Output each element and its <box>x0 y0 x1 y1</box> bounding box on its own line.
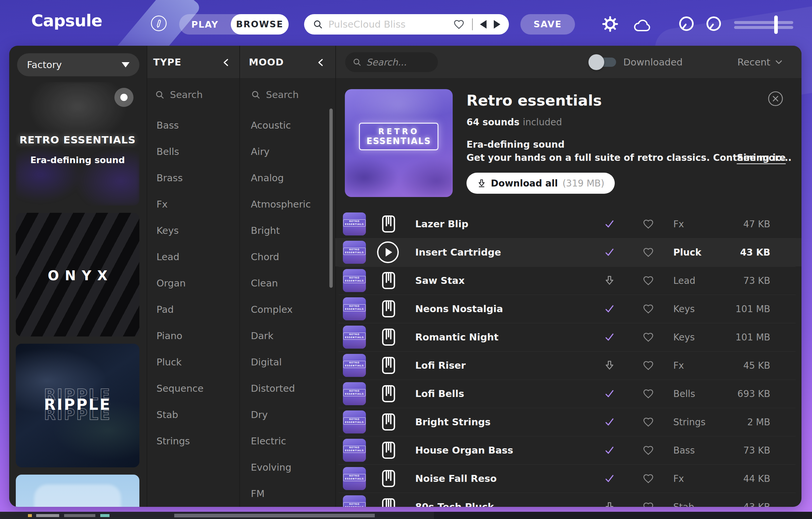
favorite-heart-icon[interactable] <box>641 388 656 400</box>
sound-row[interactable]: RETROESSENTIALSLazer BlipFx47 KB <box>335 210 802 238</box>
mood-filter-dry[interactable]: Dry <box>251 409 268 420</box>
favorite-heart-icon[interactable] <box>641 444 656 456</box>
mood-filter-electric[interactable]: Electric <box>251 435 286 447</box>
sound-artwork: RETROESSENTIALS <box>343 213 366 236</box>
preset-search-input[interactable] <box>328 19 453 30</box>
next-preset-button[interactable] <box>494 20 500 29</box>
mood-filter-evolving[interactable]: Evolving <box>251 462 291 473</box>
mood-filter-atmospheric[interactable]: Atmospheric <box>251 199 311 210</box>
collapse-mood-column-icon[interactable] <box>317 58 325 67</box>
download-sound-icon[interactable] <box>602 359 617 371</box>
type-filter-fx[interactable]: Fx <box>156 199 168 210</box>
mood-scrollbar[interactable] <box>329 109 333 288</box>
keys-icon <box>377 269 400 292</box>
sound-row[interactable]: RETROESSENTIALSLofi RiserFx45 KB <box>335 351 802 380</box>
edit-icon[interactable] <box>151 15 167 32</box>
type-filter-pluck[interactable]: Pluck <box>156 357 182 368</box>
row-divider <box>339 238 795 239</box>
type-filter-piano[interactable]: Piano <box>156 330 182 342</box>
type-filter-keys[interactable]: Keys <box>156 225 179 236</box>
favorite-heart-icon[interactable] <box>641 218 656 230</box>
sort-label: Recent <box>737 57 770 68</box>
mood-filter-digital[interactable]: Digital <box>251 357 282 368</box>
knob-a-icon[interactable] <box>678 16 695 33</box>
type-search-input[interactable] <box>170 89 219 100</box>
mood-filter-bright[interactable]: Bright <box>251 225 280 236</box>
favorite-heart-icon[interactable] <box>641 303 656 315</box>
favorite-heart-icon[interactable] <box>641 275 656 286</box>
cloud-icon[interactable] <box>633 17 652 33</box>
save-button[interactable]: SAVE <box>520 14 575 34</box>
sound-type: Bass <box>673 445 695 456</box>
download-sound-icon[interactable] <box>602 275 617 286</box>
slider-handle[interactable] <box>774 16 778 34</box>
tab-browse[interactable]: BROWSE <box>231 14 289 34</box>
previous-preset-button[interactable] <box>480 20 487 29</box>
mood-filter-clean[interactable]: Clean <box>251 278 278 289</box>
pack-card[interactable] <box>16 474 139 507</box>
downloaded-filter-toggle[interactable]: Downloaded <box>590 46 683 79</box>
sound-row[interactable]: RETROESSENTIALSRomantic NightKeys101 MB <box>335 323 802 351</box>
keys-icon <box>377 495 400 507</box>
sound-row[interactable]: RETROESSENTIALSBright StringsStrings2 MB <box>335 408 802 436</box>
settings-gear-icon[interactable] <box>602 16 619 34</box>
type-filter-bass[interactable]: Bass <box>156 120 179 131</box>
type-filter-brass[interactable]: Brass <box>156 172 183 184</box>
keys-icon <box>377 213 400 236</box>
output-volume-slider[interactable] <box>734 16 793 34</box>
type-filter-lead[interactable]: Lead <box>156 251 179 263</box>
mood-filter-fm[interactable]: FM <box>251 488 265 499</box>
mood-search[interactable] <box>251 89 315 100</box>
pack-card[interactable]: RETRO ESSENTIALSEra-defining sound <box>16 82 139 206</box>
type-filter-strings[interactable]: Strings <box>156 435 190 447</box>
download-sound-icon[interactable] <box>602 501 617 507</box>
sound-row[interactable]: RETROESSENTIALSSaw StaxLead73 KB <box>335 266 802 295</box>
type-filter-sequence[interactable]: Sequence <box>156 383 203 394</box>
type-search[interactable] <box>155 89 219 100</box>
sound-row[interactable]: RETROESSENTIALSHouse Organ BassBass73 KB <box>335 436 802 464</box>
sound-row[interactable]: RETROESSENTIALSInsert CartridgePluck43 K… <box>335 238 802 266</box>
type-filter-bells[interactable]: Bells <box>156 146 179 157</box>
sound-type: Keys <box>673 332 695 343</box>
toggle-switch[interactable] <box>590 57 616 67</box>
collection-selector[interactable]: Factory <box>17 53 139 76</box>
tab-play[interactable]: PLAY <box>179 20 231 30</box>
play-button[interactable] <box>377 241 399 263</box>
sound-row[interactable]: RETROESSENTIALSLofi BellsBells693 KB <box>335 380 802 408</box>
pack-card[interactable]: ONYX <box>16 213 139 336</box>
sound-row[interactable]: RETROESSENTIALSNoise Fall ResoFx44 KB <box>335 464 802 493</box>
mood-filter-chord[interactable]: Chord <box>251 251 279 263</box>
pack-list: RETRO ESSENTIALSEra-defining soundONYXRI… <box>16 82 139 507</box>
mood-filter-dark[interactable]: Dark <box>251 330 273 342</box>
mood-filter-analog[interactable]: Analog <box>251 172 284 184</box>
favorite-heart-icon[interactable] <box>641 359 656 371</box>
type-filter-pad[interactable]: Pad <box>156 304 174 315</box>
mood-filter-distorted[interactable]: Distorted <box>251 383 295 394</box>
pack-card[interactable]: RIPPLERIPPLERIPPLE <box>16 344 139 467</box>
collapse-type-column-icon[interactable] <box>222 58 230 67</box>
favorite-heart-icon[interactable] <box>641 416 656 428</box>
favorite-heart-icon[interactable] <box>641 331 656 343</box>
favorite-heart-icon[interactable] <box>641 246 656 258</box>
sort-dropdown[interactable]: Recent <box>737 46 783 79</box>
favorite-heart-icon[interactable] <box>453 19 465 30</box>
sound-row[interactable]: RETROESSENTIALS80s Tech PluckStab43 KB <box>335 493 802 507</box>
favorite-heart-icon[interactable] <box>641 473 656 485</box>
download-all-button[interactable]: Download all (319 MB) <box>466 173 615 194</box>
sound-artwork: RETROESSENTIALS <box>343 410 366 434</box>
mood-filter-complex[interactable]: Complex <box>251 304 293 315</box>
knob-b-icon[interactable] <box>705 16 722 33</box>
see-more-link[interactable]: See more <box>737 152 786 163</box>
close-pack-button[interactable] <box>767 91 783 107</box>
keys-icon <box>377 382 400 405</box>
type-filter-stab[interactable]: Stab <box>156 409 178 420</box>
download-icon <box>477 179 486 188</box>
mood-filter-acoustic[interactable]: Acoustic <box>251 120 291 131</box>
type-filter-organ[interactable]: Organ <box>156 278 186 289</box>
sound-search-input[interactable] <box>366 57 429 68</box>
mood-search-input[interactable] <box>266 89 315 100</box>
favorite-heart-icon[interactable] <box>641 501 656 507</box>
mood-filter-airy[interactable]: Airy <box>251 146 269 157</box>
sound-row[interactable]: RETROESSENTIALSNeons NostalgiaKeys101 MB <box>335 295 802 323</box>
sound-search[interactable] <box>345 52 438 72</box>
